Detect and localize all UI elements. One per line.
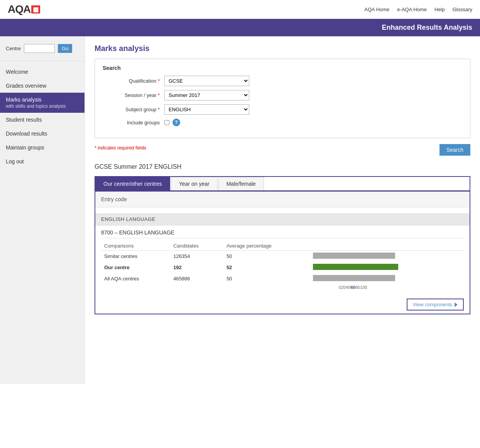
subject-code: 8700 – ENGLISH LANGUAGE <box>101 229 464 238</box>
col-candidates: Candidates <box>170 241 223 251</box>
sidebar-item-grades[interactable]: Grades overview <box>0 79 85 93</box>
session-year-select[interactable]: Summer 2017 Summer 2016 Summer 2015 <box>164 90 249 100</box>
sidebar-item-welcome[interactable]: Welcome <box>0 65 85 79</box>
search-box: Search Qualification * GCSE A-Level AS-L… <box>95 59 470 138</box>
sidebar-item-logout[interactable]: Log out <box>0 154 85 168</box>
session-year-row: Session / year * Summer 2017 Summer 2016… <box>103 90 462 100</box>
tab-gender[interactable]: Male/female <box>218 177 264 190</box>
comparisons-table: Comparisons Candidates Average percentag… <box>101 241 464 284</box>
logo-text: AQA <box>8 3 30 15</box>
include-groups-row: Include groups ? <box>103 119 462 126</box>
entry-code-label: Entry code <box>101 196 127 202</box>
tab-centre[interactable]: Our centre/other centres <box>95 177 170 190</box>
content-area: Marks analysis Search Qualification * GC… <box>85 36 480 384</box>
bar-chart-bar <box>313 264 398 270</box>
candidate-count: 192 <box>170 262 223 273</box>
era-title: Enhanced Results Analysis <box>382 24 472 31</box>
tab-bar: Our centre/other centres Year on year Ma… <box>95 177 470 192</box>
top-nav: AQA▩ AQA Home e-AQA Home Help Glossary <box>0 0 480 19</box>
bar-cell <box>310 262 464 273</box>
page-title: Marks analysis <box>95 44 470 53</box>
logo-icon: ▩ <box>31 5 40 14</box>
session-year-label: Session / year * <box>103 92 164 98</box>
search-button[interactable]: Search <box>439 144 470 156</box>
sidebar-item-download-label: Download results <box>6 131 47 137</box>
include-groups-label: Include groups <box>103 120 164 126</box>
go-button[interactable]: Go <box>58 44 72 53</box>
sidebar-item-welcome-label: Welcome <box>6 69 28 75</box>
subject-section: ENGLISH LANGUAGE 8700 – ENGLISH LANGUAGE… <box>95 213 470 290</box>
sidebar-item-marks-sub: with skills and topics analysis <box>6 104 79 109</box>
era-banner: Enhanced Results Analysis <box>0 19 480 36</box>
sidebar-item-maintain[interactable]: Maintain groups <box>0 141 85 154</box>
comparison-label: Our centre <box>101 262 170 273</box>
search-box-title: Search <box>103 65 462 71</box>
comparison-label: All AQA centres <box>101 273 170 284</box>
view-components-row: View components <box>95 295 470 314</box>
sidebar: Centre Go Welcome Grades overview Marks … <box>0 36 85 384</box>
top-links: AQA Home e-AQA Home Help Glossary <box>364 7 472 12</box>
eaqa-home-link[interactable]: e-AQA Home <box>397 7 427 12</box>
sidebar-item-student-label: Student results <box>6 117 42 123</box>
view-components-button[interactable]: View components <box>407 299 464 311</box>
avg-percentage: 50 <box>223 251 310 262</box>
sidebar-item-grades-label: Grades overview <box>6 83 46 89</box>
table-row: All AQA centres46588650 <box>101 273 464 284</box>
col-comparisons: Comparisons <box>101 241 170 251</box>
qualification-label: Qualification * <box>103 78 164 84</box>
bar-cell <box>310 251 464 262</box>
candidate-count: 465886 <box>170 273 223 284</box>
results-panel: Our centre/other centres Year on year Ma… <box>95 176 470 314</box>
include-groups-checkbox[interactable] <box>164 120 169 125</box>
avg-percentage: 50 <box>223 273 310 284</box>
help-icon[interactable]: ? <box>172 119 180 126</box>
logo: AQA▩ <box>8 3 40 15</box>
bar-cell <box>310 273 464 284</box>
aqa-home-link[interactable]: AQA Home <box>364 7 389 12</box>
bar-chart-bar <box>313 253 395 259</box>
qualification-row: Qualification * GCSE A-Level AS-Level <box>103 76 462 86</box>
tab-year[interactable]: Year on year <box>171 177 218 190</box>
col-avg: Average percentage <box>223 241 310 251</box>
bar-chart-bar <box>313 275 395 281</box>
centre-box: Centre Go <box>0 40 85 61</box>
sidebar-item-download[interactable]: Download results <box>0 127 85 141</box>
view-components-label: View components <box>413 302 452 307</box>
entry-code-row: Entry code <box>95 192 470 207</box>
subject-group-label: Subject group * <box>103 107 164 112</box>
avg-percentage: 52 <box>223 262 310 273</box>
centre-label: Centre Go <box>6 44 79 53</box>
main-layout: Centre Go Welcome Grades overview Marks … <box>0 36 480 384</box>
sidebar-item-marks-label: Marks analysis <box>6 97 42 103</box>
arrow-right-icon <box>455 302 458 307</box>
sidebar-item-student[interactable]: Student results <box>0 113 85 127</box>
results-title: GCSE Summer 2017 ENGLISH <box>95 163 470 170</box>
col-chart <box>310 241 464 251</box>
centre-input[interactable] <box>24 44 55 53</box>
sidebar-item-logout-label: Log out <box>6 158 24 165</box>
candidate-count: 126354 <box>170 251 223 262</box>
sidebar-item-maintain-label: Maintain groups <box>6 144 44 151</box>
table-row: Our centre19252 <box>101 262 464 273</box>
help-link[interactable]: Help <box>434 7 445 12</box>
required-note: * indicates required fields <box>95 145 146 151</box>
table-row: Similar centres12635450 <box>101 251 464 262</box>
subject-group-select[interactable]: ENGLISH MATHS SCIENCE <box>164 104 249 115</box>
sidebar-item-marks[interactable]: Marks analysis with skills and topics an… <box>0 93 85 113</box>
centre-text: Centre <box>6 46 21 51</box>
comparison-label: Similar centres <box>101 251 170 262</box>
glossary-link[interactable]: Glossary <box>453 7 472 12</box>
qualification-select[interactable]: GCSE A-Level AS-Level <box>164 76 249 86</box>
subject-header: ENGLISH LANGUAGE <box>95 213 470 226</box>
subject-group-row: Subject group * ENGLISH MATHS SCIENCE <box>103 104 462 115</box>
